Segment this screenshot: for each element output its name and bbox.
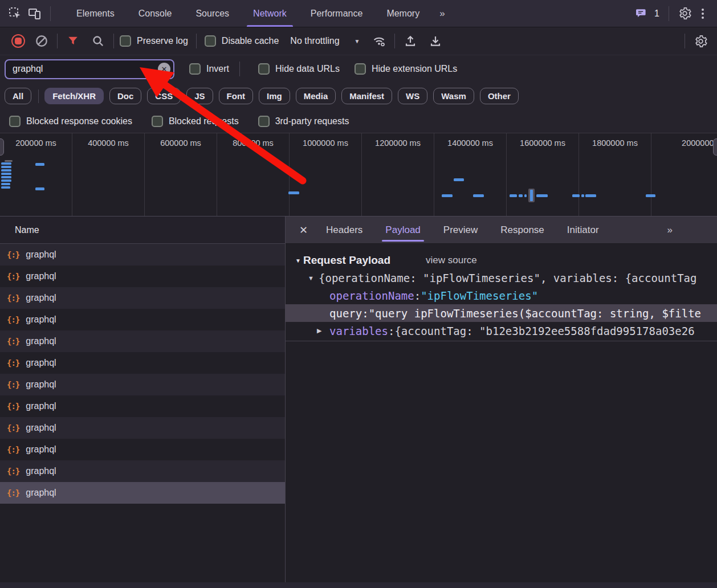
chip-js[interactable]: JS xyxy=(186,88,213,104)
hide-data-urls-checkbox[interactable]: Hide data URLs xyxy=(258,63,340,75)
request-payload-section[interactable]: ▼ Request Payload view source xyxy=(286,252,717,269)
checkbox-box[interactable] xyxy=(258,116,270,127)
chip-doc[interactable]: Doc xyxy=(109,88,141,104)
request-name: graphql xyxy=(26,488,56,498)
device-toolbar-icon[interactable] xyxy=(25,4,44,23)
request-row[interactable]: {:}graphql xyxy=(0,417,285,439)
detail-tab-payload[interactable]: Payload xyxy=(382,217,423,243)
tab-sources[interactable]: Sources xyxy=(186,0,238,27)
timeline-column: 2000000 ms xyxy=(651,133,717,216)
chip-css[interactable]: CSS xyxy=(147,88,181,104)
request-row[interactable]: {:}graphql xyxy=(0,374,285,395)
chip-media[interactable]: Media xyxy=(296,88,336,104)
chip-img[interactable]: Img xyxy=(259,88,290,104)
timeline-right-handle[interactable] xyxy=(713,138,717,156)
chip-wasm[interactable]: Wasm xyxy=(433,88,474,104)
tab-network[interactable]: Network xyxy=(244,0,296,27)
payload-query-row[interactable]: query: "query ipFlowTimeseries($accountT… xyxy=(286,304,717,322)
detail-tab-preview[interactable]: Preview xyxy=(440,217,481,243)
expanded-arrow-icon[interactable]: ▼ xyxy=(308,275,319,281)
customize-menu-icon[interactable] xyxy=(694,4,711,23)
import-har-icon[interactable] xyxy=(401,31,420,51)
checkbox-box[interactable] xyxy=(9,116,21,127)
timeline-bar xyxy=(646,194,655,197)
chip-manifest[interactable]: Manifest xyxy=(341,88,392,104)
request-row[interactable]: {:}graphql xyxy=(0,460,285,482)
timeline-column: 800000 ms xyxy=(217,133,290,216)
tab-console[interactable]: Console xyxy=(129,0,181,27)
checkbox-box[interactable] xyxy=(189,63,201,75)
request-row[interactable]: {:}graphql xyxy=(0,395,285,417)
invert-checkbox[interactable]: Invert xyxy=(189,63,229,75)
request-row[interactable]: {:}graphql xyxy=(0,266,285,287)
clear-filter-icon[interactable]: ✕ xyxy=(158,63,170,75)
detail-tab-response[interactable]: Response xyxy=(497,217,548,243)
timeline-bar xyxy=(1,183,10,185)
detail-tab-initiator[interactable]: Initiator xyxy=(564,217,602,243)
throttling-dropdown[interactable]: No throttling ▼ xyxy=(290,36,360,46)
detail-tabbar: ✕ HeadersPayloadPreviewResponseInitiator… xyxy=(286,217,717,244)
chip-all[interactable]: All xyxy=(5,88,31,104)
json-braces-icon: {:} xyxy=(7,423,19,432)
checkbox-box[interactable] xyxy=(120,35,131,47)
chip-ws[interactable]: WS xyxy=(398,88,427,104)
payload-operation-row[interactable]: operationName: "ipFlowTimeseries" xyxy=(286,287,717,304)
close-detail-icon[interactable]: ✕ xyxy=(291,224,315,236)
checkbox-box[interactable] xyxy=(355,63,366,75)
preserve-log-checkbox[interactable]: Preserve log xyxy=(120,35,188,47)
clear-network-log-icon[interactable] xyxy=(32,31,51,51)
filter-3rd-party-requests-checkbox[interactable]: 3rd-party requests xyxy=(258,116,349,127)
record-network-log-icon[interactable] xyxy=(11,34,25,48)
throttling-value: No throttling xyxy=(290,36,339,46)
request-row[interactable]: {:}graphql xyxy=(0,439,285,460)
tab-performance[interactable]: Performance xyxy=(302,0,372,27)
request-name: graphql xyxy=(26,250,56,260)
tab-elements[interactable]: Elements xyxy=(67,0,124,27)
more-detail-tabs-icon[interactable]: » xyxy=(659,224,679,236)
detail-tab-headers[interactable]: Headers xyxy=(323,217,366,243)
tab-memory[interactable]: Memory xyxy=(377,0,429,27)
disable-cache-checkbox[interactable]: Disable cache xyxy=(205,35,279,47)
hide-extension-urls-checkbox[interactable]: Hide extension URLs xyxy=(355,63,457,75)
issues-icon[interactable] xyxy=(632,4,651,23)
timeline-bar xyxy=(442,194,453,197)
request-row[interactable]: {:}graphql xyxy=(0,330,285,352)
request-row[interactable]: {:}graphql xyxy=(0,287,285,309)
export-har-icon[interactable] xyxy=(426,31,445,51)
checkbox-box[interactable] xyxy=(205,35,216,47)
checkbox-box[interactable] xyxy=(258,63,270,75)
chip-fetch-xhr[interactable]: Fetch/XHR xyxy=(44,88,104,104)
request-row[interactable]: {:}graphql xyxy=(0,482,285,504)
timeline-overview[interactable]: 200000 ms400000 ms600000 ms800000 ms1000… xyxy=(0,133,717,217)
network-conditions-icon[interactable] xyxy=(369,31,389,51)
collapsed-arrow-icon[interactable]: ▶ xyxy=(317,327,329,334)
network-settings-gear-icon[interactable] xyxy=(691,31,710,51)
more-tabs-icon[interactable]: » xyxy=(431,8,451,19)
request-row[interactable]: {:}graphql xyxy=(0,244,285,266)
main-split: Name {:}graphql{:}graphql{:}graphql{:}gr… xyxy=(0,217,717,588)
settings-gear-icon[interactable] xyxy=(675,4,694,23)
blocked-response-cookies-label: Blocked response cookies xyxy=(26,116,132,126)
filter-blocked-response-cookies-checkbox[interactable]: Blocked response cookies xyxy=(9,116,132,127)
timeline-bar xyxy=(1,176,11,178)
filter-funnel-icon[interactable] xyxy=(63,31,83,51)
inspect-element-icon[interactable] xyxy=(6,4,25,23)
name-column-header[interactable]: Name xyxy=(0,217,285,244)
blocked-requests-label: Blocked requests xyxy=(169,116,239,126)
filter-input[interactable] xyxy=(5,59,174,79)
view-source-link[interactable]: view source xyxy=(426,255,477,266)
chip-font[interactable]: Font xyxy=(219,88,253,104)
request-type-chips: AllFetch/XHRDocCSSJSFontImgMediaManifest… xyxy=(0,83,717,109)
request-name: graphql xyxy=(26,293,56,303)
request-row[interactable]: {:}graphql xyxy=(0,309,285,330)
payload-root-row[interactable]: ▼ {operationName: "ipFlowTimeseries", va… xyxy=(286,269,717,287)
timeline-left-handle[interactable] xyxy=(0,138,4,156)
hide-data-urls-label: Hide data URLs xyxy=(275,64,340,74)
search-icon[interactable] xyxy=(88,31,108,51)
payload-string-value: "ipFlowTimeseries" xyxy=(421,289,538,302)
payload-variables-row[interactable]: ▶ variables: {accountTag: "b12e3b2192ee5… xyxy=(286,322,717,340)
request-row[interactable]: {:}graphql xyxy=(0,352,285,374)
chip-other[interactable]: Other xyxy=(480,88,519,104)
checkbox-box[interactable] xyxy=(152,116,163,127)
filter-blocked-requests-checkbox[interactable]: Blocked requests xyxy=(152,116,239,127)
